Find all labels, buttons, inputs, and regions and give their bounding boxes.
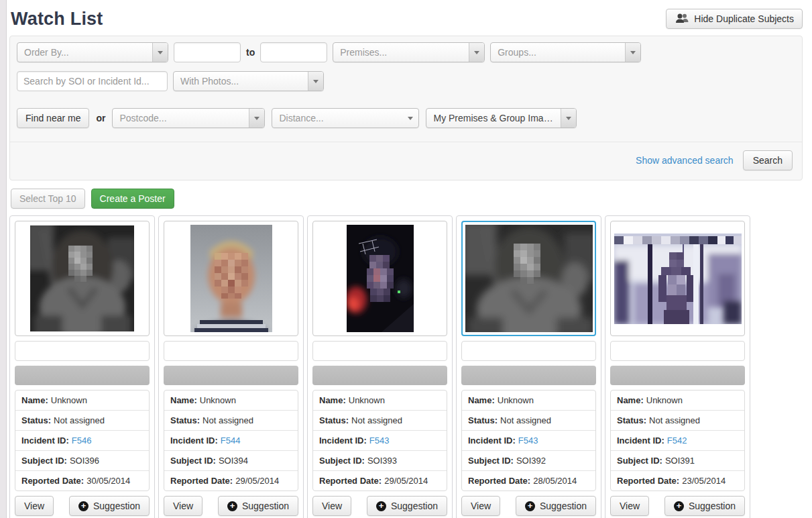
suggestion-button[interactable]: Suggestion (367, 496, 447, 516)
with-photos-select[interactable]: With Photos... (173, 71, 324, 91)
search-footer: Show advanced search Search (10, 142, 802, 180)
users-icon (675, 13, 689, 25)
view-button[interactable]: View (461, 496, 500, 516)
image-scope-select[interactable]: My Premises & Group Images (426, 108, 577, 128)
detail-row-subject: Subject ID:SOI396 (15, 450, 149, 470)
search-button[interactable]: Search (743, 150, 793, 170)
card-actions: View Suggestion (461, 496, 596, 516)
notes-box (164, 341, 298, 361)
view-button[interactable]: View (15, 496, 54, 516)
subject-card: Name:Unknown Status:Not assigned Inciden… (307, 215, 453, 518)
subject-details: Name:Unknown Status:Not assigned Inciden… (312, 390, 447, 491)
subject-photo (347, 225, 414, 332)
subject-photo (465, 225, 593, 332)
advanced-search-link[interactable]: Show advanced search (636, 155, 734, 166)
chevron-down-icon (408, 117, 413, 120)
plus-circle-icon (376, 501, 386, 511)
incident-link[interactable]: F542 (667, 435, 687, 446)
redacted-bar (164, 366, 298, 385)
detail-row-name: Name:Unknown (611, 391, 744, 410)
detail-row-subject: Subject ID:SOI392 (462, 450, 595, 470)
detail-row-reported: Reported Date:23/05/2014 (611, 470, 744, 490)
subject-details: Name:Unknown Status:Not assigned Inciden… (15, 390, 150, 491)
detail-row-name: Name:Unknown (462, 391, 595, 410)
incident-link[interactable]: F546 (72, 435, 92, 446)
soi-search-input[interactable] (17, 71, 168, 91)
detail-row-reported: Reported Date:29/05/2014 (313, 470, 447, 490)
page-title: Watch List (9, 9, 103, 30)
view-button[interactable]: View (610, 496, 649, 516)
chevron-down-icon (561, 109, 576, 127)
subject-details: Name:Unknown Status:Not assigned Inciden… (610, 390, 745, 491)
select-top-10-button[interactable]: Select Top 10 (11, 189, 85, 209)
detail-row-subject: Subject ID:SOI394 (164, 450, 298, 470)
detail-row-status: Status:Not assigned (462, 410, 595, 430)
subject-card: Name:Unknown Status:Not assigned Inciden… (9, 215, 155, 518)
subject-card: Name:Unknown Status:Not assigned Inciden… (158, 215, 304, 518)
chevron-down-icon (308, 72, 323, 91)
incident-link[interactable]: F543 (369, 435, 390, 446)
range-to-input[interactable] (260, 42, 327, 62)
view-button[interactable]: View (312, 496, 351, 516)
subject-photo (614, 234, 742, 324)
watch-list-page: Watch List Hide Duplicate Subjects Order… (6, 0, 812, 518)
detail-row-incident: Incident ID:F546 (15, 430, 149, 450)
plus-circle-icon (227, 501, 237, 511)
plus-circle-icon (674, 501, 684, 511)
detail-row-reported: Reported Date:30/05/2014 (15, 470, 149, 490)
redacted-bar (461, 366, 596, 385)
hide-duplicate-subjects-button[interactable]: Hide Duplicate Subjects (666, 9, 803, 29)
filter-row-3: Find near me or Postcode... Distance... … (17, 108, 795, 128)
detail-row-status: Status:Not assigned (611, 410, 744, 430)
find-near-me-button[interactable]: Find near me (17, 108, 89, 128)
chevron-down-icon (469, 43, 484, 62)
detail-row-incident: Incident ID:F543 (313, 430, 447, 450)
suggestion-button[interactable]: Suggestion (664, 496, 745, 516)
filter-row-2: With Photos... (17, 71, 795, 91)
detail-row-reported: Reported Date:29/05/2014 (164, 470, 298, 490)
plus-circle-icon (525, 501, 535, 511)
subject-details: Name:Unknown Status:Not assigned Inciden… (164, 390, 298, 491)
suggestion-button[interactable]: Suggestion (69, 496, 150, 516)
search-panel: Order By... to Premises... Groups... Wit… (9, 36, 803, 180)
subject-photo-frame[interactable] (312, 221, 447, 336)
incident-link[interactable]: F543 (518, 435, 538, 446)
subject-photo-frame[interactable] (461, 221, 596, 336)
detail-row-incident: Incident ID:F543 (462, 430, 595, 450)
watch-list-cards: Name:Unknown Status:Not assigned Inciden… (9, 215, 803, 518)
page-header: Watch List Hide Duplicate Subjects (9, 0, 803, 30)
incident-link[interactable]: F544 (221, 435, 241, 446)
range-to-label: to (246, 47, 255, 58)
plus-circle-icon (78, 501, 89, 511)
notes-box (461, 341, 596, 361)
card-actions: View Suggestion (610, 496, 745, 516)
order-by-select[interactable]: Order By... (17, 42, 168, 62)
suggestion-button[interactable]: Suggestion (516, 496, 596, 516)
premises-select[interactable]: Premises... (333, 42, 485, 62)
view-button[interactable]: View (164, 496, 202, 516)
create-poster-button[interactable]: Create a Poster (91, 189, 174, 209)
subject-photo-frame[interactable] (15, 221, 150, 336)
chevron-down-icon (249, 109, 264, 127)
subject-photo-frame[interactable] (164, 221, 298, 336)
card-actions: View Suggestion (164, 496, 298, 516)
subject-photo (190, 225, 272, 332)
detail-row-reported: Reported Date:28/05/2014 (462, 470, 595, 490)
notes-box (312, 341, 447, 361)
subject-photo-frame[interactable] (610, 221, 745, 336)
notes-box (15, 341, 150, 361)
range-from-input[interactable] (174, 42, 241, 62)
redacted-bar (610, 366, 745, 385)
chevron-down-icon (152, 43, 168, 62)
suggestion-button[interactable]: Suggestion (218, 496, 298, 516)
subject-details: Name:Unknown Status:Not assigned Inciden… (461, 390, 596, 491)
detail-row-name: Name:Unknown (313, 391, 447, 410)
subject-card: Name:Unknown Status:Not assigned Inciden… (456, 215, 601, 518)
list-actions: Select Top 10 Create a Poster (9, 189, 803, 209)
distance-select[interactable]: Distance... (272, 108, 419, 128)
groups-select[interactable]: Groups... (490, 42, 641, 62)
redacted-bar (312, 366, 447, 385)
detail-row-subject: Subject ID:SOI393 (313, 450, 447, 470)
postcode-select[interactable]: Postcode... (112, 108, 265, 128)
or-label: or (96, 113, 105, 123)
